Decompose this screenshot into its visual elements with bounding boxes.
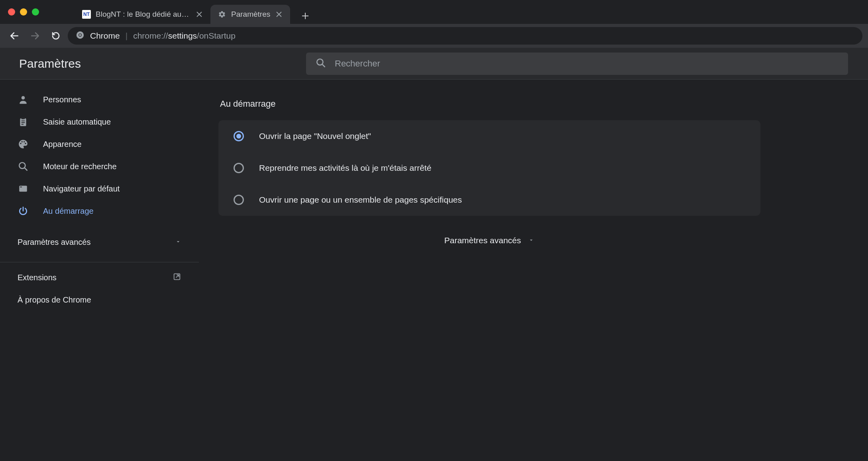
sidebar-about[interactable]: À propos de Chrome: [0, 289, 199, 311]
palette-icon: [18, 139, 29, 150]
traffic-lights: [8, 8, 39, 16]
tab-title: BlogNT : le Blog dédié aux Nou: [96, 10, 190, 19]
svg-point-2: [79, 34, 81, 36]
svg-rect-9: [22, 124, 24, 125]
svg-rect-7: [22, 121, 25, 121]
maximize-window-button[interactable]: [32, 8, 39, 16]
favicon-blognt-icon: NT: [82, 10, 91, 19]
settings-search[interactable]: [306, 53, 848, 75]
option-new-tab[interactable]: Ouvrir la page "Nouvel onglet": [218, 120, 760, 152]
sidebar-divider: [0, 262, 199, 262]
minimize-window-button[interactable]: [20, 8, 27, 16]
option-label: Ouvrir la page "Nouvel onglet": [259, 131, 371, 141]
close-window-button[interactable]: [8, 8, 15, 16]
sidebar-item-search-engine[interactable]: Moteur de recherche: [0, 155, 199, 178]
close-tab-icon[interactable]: [195, 10, 203, 18]
search-icon: [316, 58, 326, 70]
browser-toolbar: Chrome | chrome://settings/onStartup: [0, 24, 868, 48]
sidebar-item-label: Navigateur par défaut: [43, 184, 120, 193]
search-icon: [18, 161, 29, 172]
sidebar-item-default-browser[interactable]: Navigateur par défaut: [0, 178, 199, 200]
person-icon: [18, 94, 29, 105]
tab-strip: NT BlogNT : le Blog dédié aux Nou Paramè…: [75, 0, 313, 24]
clipboard-icon: [18, 116, 29, 127]
svg-rect-13: [20, 187, 22, 188]
section-title: Au démarrage: [218, 99, 849, 109]
option-label: Ouvrir une page ou un ensemble de pages …: [259, 195, 462, 205]
page-title: Paramètres: [19, 57, 306, 70]
svg-rect-8: [22, 122, 25, 123]
settings-sidebar: Personnes Saisie automatique Apparence M…: [0, 80, 199, 461]
close-tab-icon[interactable]: [275, 10, 283, 18]
omnibox-separator: |: [126, 31, 128, 41]
about-label: À propos de Chrome: [18, 295, 91, 305]
startup-options-card: Ouvrir la page "Nouvel onglet" Reprendre…: [218, 120, 760, 216]
forward-button[interactable]: [26, 27, 44, 45]
extensions-label: Extensions: [18, 273, 57, 282]
tab-title: Paramètres: [231, 10, 270, 19]
reload-button[interactable]: [47, 27, 65, 45]
settings-main: Au démarrage Ouvrir la page "Nouvel ongl…: [199, 80, 868, 461]
sidebar-item-people[interactable]: Personnes: [0, 88, 199, 111]
chevron-down-icon: [528, 236, 534, 245]
radio-icon: [234, 195, 244, 205]
svg-rect-6: [22, 117, 25, 119]
sidebar-item-appearance[interactable]: Apparence: [0, 133, 199, 155]
power-icon: [18, 205, 29, 217]
chevron-down-icon: [175, 238, 181, 247]
sidebar-item-on-startup[interactable]: Au démarrage: [0, 200, 199, 222]
gear-icon: [218, 10, 226, 19]
new-tab-button[interactable]: [297, 8, 313, 24]
omnibox-chip-label: Chrome: [90, 31, 120, 41]
main-advanced-toggle[interactable]: Paramètres avancés: [218, 236, 760, 245]
option-specific-pages[interactable]: Ouvrir une page ou un ensemble de pages …: [218, 184, 760, 216]
tab-blognt[interactable]: NT BlogNT : le Blog dédié aux Nou: [75, 5, 210, 24]
omnibox-url: chrome://settings/onStartup: [133, 31, 236, 41]
sidebar-item-label: Saisie automatique: [43, 117, 111, 127]
sidebar-item-label: Apparence: [43, 140, 82, 149]
settings-body: Personnes Saisie automatique Apparence M…: [0, 80, 868, 461]
radio-icon: [234, 131, 244, 141]
sidebar-advanced-toggle[interactable]: Paramètres avancés: [0, 229, 199, 255]
option-continue[interactable]: Reprendre mes activités là où je m'étais…: [218, 152, 760, 184]
svg-point-4: [22, 96, 25, 100]
back-button[interactable]: [6, 27, 23, 45]
sidebar-item-label: Moteur de recherche: [43, 162, 117, 171]
option-label: Reprendre mes activités là où je m'étais…: [259, 163, 431, 173]
tab-settings[interactable]: Paramètres: [210, 5, 290, 24]
radio-icon: [234, 163, 244, 173]
sidebar-extensions[interactable]: Extensions: [0, 266, 199, 289]
sidebar-item-label: Personnes: [43, 95, 81, 104]
advanced-label: Paramètres avancés: [444, 236, 521, 245]
chrome-icon: [76, 31, 84, 41]
sidebar-item-label: Au démarrage: [43, 207, 94, 216]
address-bar[interactable]: Chrome | chrome://settings/onStartup: [68, 27, 862, 45]
search-input[interactable]: [335, 59, 839, 69]
window-titlebar: NT BlogNT : le Blog dédié aux Nou Paramè…: [0, 0, 868, 24]
open-external-icon: [173, 272, 181, 283]
advanced-label: Paramètres avancés: [18, 238, 90, 247]
browser-icon: [18, 183, 29, 194]
settings-header: Paramètres: [0, 48, 868, 80]
sidebar-item-autofill[interactable]: Saisie automatique: [0, 111, 199, 133]
